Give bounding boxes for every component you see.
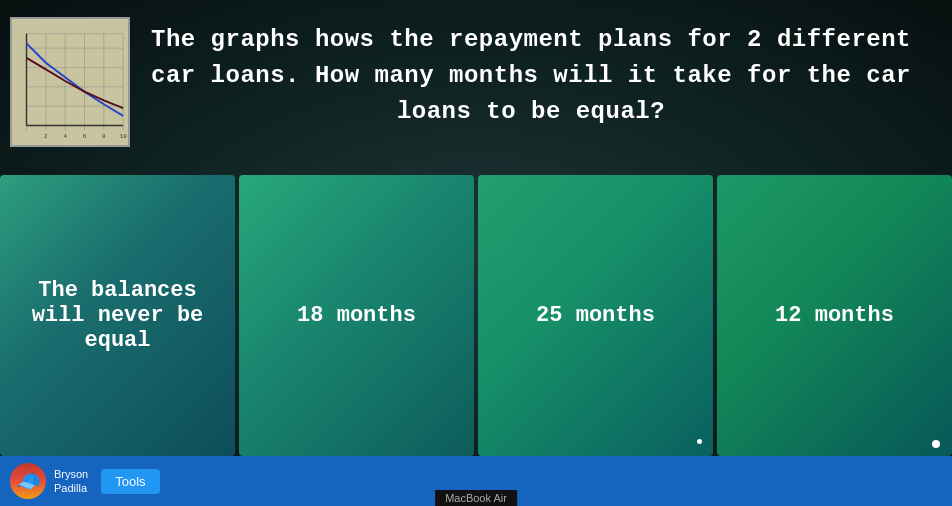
tools-button[interactable]: Tools — [101, 469, 159, 494]
svg-text:8: 8 — [102, 133, 106, 140]
svg-text:4: 4 — [63, 133, 67, 140]
answer-card-3[interactable]: 25 months — [478, 175, 713, 456]
answer-cards-container: The balances will never be equal 18 mont… — [0, 175, 952, 456]
svg-text:10: 10 — [120, 133, 127, 140]
dot-indicator-small — [697, 439, 702, 444]
answer-card-4[interactable]: 12 months — [717, 175, 952, 456]
svg-text:6: 6 — [83, 133, 87, 140]
answer-label-1: The balances will never be equal — [10, 278, 225, 353]
graph-thumbnail: 2 4 6 8 10 — [10, 17, 130, 147]
answer-label-2: 18 months — [297, 303, 416, 328]
svg-text:2: 2 — [44, 133, 48, 140]
user-info: Bryson Padilla — [54, 467, 88, 496]
answer-label-3: 25 months — [536, 303, 655, 328]
answer-card-1[interactable]: The balances will never be equal — [0, 175, 235, 456]
question-text: The graphs hows the repayment plans for … — [130, 12, 932, 130]
user-name: Bryson — [54, 467, 88, 481]
user-surname: Padilla — [54, 481, 88, 495]
answer-label-4: 12 months — [775, 303, 894, 328]
answer-card-2[interactable]: 18 months — [239, 175, 474, 456]
avatar: 🧢 — [10, 463, 46, 499]
device-label: MacBook Air — [435, 490, 517, 506]
dot-indicator — [932, 440, 940, 448]
avatar-image: 🧢 — [10, 463, 46, 499]
top-section: 2 4 6 8 10 The graphs hows the repayment… — [0, 0, 952, 175]
